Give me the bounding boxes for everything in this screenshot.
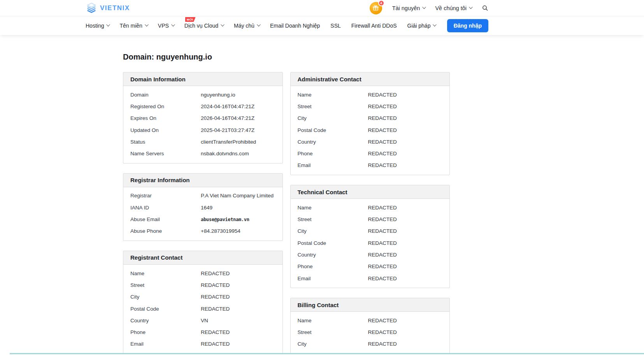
nav-item-ssl[interactable]: SSL (330, 23, 340, 29)
nav-item-hosting[interactable]: Hosting (86, 23, 109, 29)
card-title: Registrar Information (130, 177, 190, 183)
row-label: Country (298, 139, 368, 145)
row-value: REDACTED (368, 228, 443, 234)
card-title: Billing Contact (298, 302, 339, 308)
row-label: Street (298, 104, 368, 109)
card-registrar-information: Registrar InformationRegistrarP.A Viet N… (123, 173, 283, 241)
card-administrative-contact: Administrative ContactNameREDACTEDStreet… (290, 72, 450, 175)
nav-item-label: Máy chủ (234, 23, 254, 29)
row-label: Phone (298, 264, 368, 269)
login-button[interactable]: Đăng nhập (447, 19, 488, 32)
info-row-country: CountryVN (123, 315, 283, 326)
row-label: Abuse Email (130, 216, 201, 222)
row-value: REDACTED (368, 329, 443, 335)
top-bar-menu: Tài nguyênVề chúng tôi (392, 5, 472, 11)
row-value: REDACTED (368, 264, 443, 269)
info-row-iana-id: IANA ID1649 (123, 202, 283, 213)
row-label: Email (298, 162, 368, 168)
topbar-item-ve-chung-toi[interactable]: Về chúng tôi (435, 5, 472, 11)
promotions-gift-button[interactable]: 4 (370, 2, 382, 14)
topbar-item-label: Tài nguyên (392, 5, 420, 11)
info-row-postal-code: Postal CodeREDACTED (123, 303, 283, 315)
vietnix-logo[interactable]: VIETNIX (86, 2, 130, 14)
card-registrant-contact: Registrant ContactNameREDACTEDStreetREDA… (123, 251, 283, 354)
nav-item-label: SSL (330, 23, 340, 29)
topbar-item-tai-nguyen[interactable]: Tài nguyên (392, 5, 425, 11)
info-row-city: CityREDACTED (291, 112, 450, 124)
row-label: Abuse Phone (130, 228, 201, 234)
search-button[interactable] (482, 5, 488, 11)
row-label: City (298, 115, 368, 121)
nav-item-vps[interactable]: VPS (158, 23, 174, 29)
card-body: NameREDACTEDStreetREDACTEDCityREDACTED (291, 312, 450, 353)
row-value: VN (201, 318, 275, 323)
nav-item-label: Dịch vụ Cloud (184, 23, 218, 29)
info-row-street: StreetREDACTED (291, 100, 450, 112)
info-row-name: NameREDACTED (291, 315, 450, 326)
info-row-abuse-email: Abuse Emailabuse@pavietnam.vn (123, 213, 283, 225)
row-value: REDACTED (201, 271, 275, 276)
card-header: Technical Contact (291, 185, 450, 199)
row-label: City (298, 341, 368, 347)
nav-item-may-chu[interactable]: Máy chủ (234, 23, 260, 29)
row-value: P.A Viet Nam Company Limited (201, 193, 275, 199)
nav-item-label: Firewall Anti DDoS (351, 23, 397, 29)
info-row-city: CityREDACTED (123, 291, 283, 303)
nav-item-label: VPS (158, 23, 169, 29)
row-label: Phone (298, 151, 368, 156)
nav-item-firewall-anti-ddos[interactable]: Firewall Anti DDoS (351, 23, 397, 29)
info-row-name-servers: Name Serversnsbak.dotvndns.com (123, 148, 283, 159)
info-row-domain: Domainnguyenhung.io (123, 89, 283, 100)
row-value: REDACTED (201, 306, 275, 312)
row-label: Name (298, 205, 368, 211)
vietnix-logo-icon (86, 2, 97, 14)
card-body: NameREDACTEDStreetREDACTEDCityREDACTEDPo… (123, 265, 283, 353)
nav-item-label: Giải pháp (407, 23, 431, 29)
row-value: REDACTED (201, 341, 275, 347)
info-row-name: NameREDACTED (123, 267, 283, 279)
row-label: Status (130, 139, 201, 145)
card-title: Technical Contact (298, 189, 347, 195)
info-row-street: StreetREDACTED (291, 326, 450, 338)
row-label: Country (130, 318, 201, 323)
row-value: REDACTED (201, 294, 275, 300)
row-value: nsbak.dotvndns.com (201, 151, 275, 156)
chevron-down-icon (106, 23, 110, 26)
row-value: 2025-04-21T03:27:47Z (201, 127, 275, 133)
card-header: Registrar Information (123, 174, 283, 187)
card-billing-contact: Billing ContactNameREDACTEDStreetREDACTE… (290, 298, 450, 354)
info-row-city: CityREDACTED (291, 225, 450, 237)
card-title: Domain Information (130, 76, 186, 83)
chevron-down-icon (145, 23, 149, 26)
info-row-updated-on: Updated On2025-04-21T03:27:47Z (123, 124, 283, 136)
row-value: REDACTED (368, 104, 443, 109)
next-section-edge (10, 353, 644, 354)
main-navigation-inner: HostingTên miềnVPSMỚIDịch vụ CloudMáy ch… (86, 16, 488, 35)
chevron-down-icon (469, 5, 473, 9)
row-value: 2024-04-16T04:47:21Z (201, 104, 275, 109)
row-value: 2026-04-16T04:47:21Z (201, 115, 275, 121)
top-bar-right: 4 Tài nguyênVề chúng tôi (370, 2, 488, 14)
row-value: REDACTED (368, 151, 443, 156)
card-columns: Domain InformationDomainnguyenhung.ioReg… (123, 72, 450, 354)
info-row-phone: PhoneREDACTED (291, 261, 450, 272)
info-row-registered-on: Registered On2024-04-16T04:47:21Z (123, 100, 283, 112)
whois-result-page: Domain: nguyenhung.io Domain Information… (123, 35, 450, 354)
new-badge: MỚI (185, 17, 196, 22)
nav-item-dich-vu-cloud[interactable]: MỚIDịch vụ Cloud (184, 23, 223, 29)
nav-item-email-doanh-nghiep[interactable]: Email Doanh Nghiệp (270, 23, 320, 29)
info-row-postal-code: Postal CodeREDACTED (291, 124, 450, 136)
info-row-status: StatusclientTransferProhibited (123, 136, 283, 148)
chevron-down-icon (221, 23, 225, 26)
row-label: Street (298, 216, 368, 222)
nav-item-giai-phap[interactable]: Giải pháp (407, 23, 436, 29)
card-header: Registrant Contact (123, 251, 283, 265)
left-column: Domain InformationDomainnguyenhung.ioReg… (123, 72, 283, 354)
top-bar: VIETNIX 4 Tài nguyênVề chúng tôi (0, 0, 644, 16)
nav-item-ten-mien[interactable]: Tên miền (119, 23, 147, 29)
info-row-name: NameREDACTED (291, 89, 450, 100)
info-row-phone: PhoneREDACTED (291, 148, 450, 159)
top-bar-inner: VIETNIX 4 Tài nguyênVề chúng tôi (86, 0, 488, 16)
row-label: Postal Code (298, 240, 368, 246)
card-header: Domain Information (123, 72, 283, 86)
